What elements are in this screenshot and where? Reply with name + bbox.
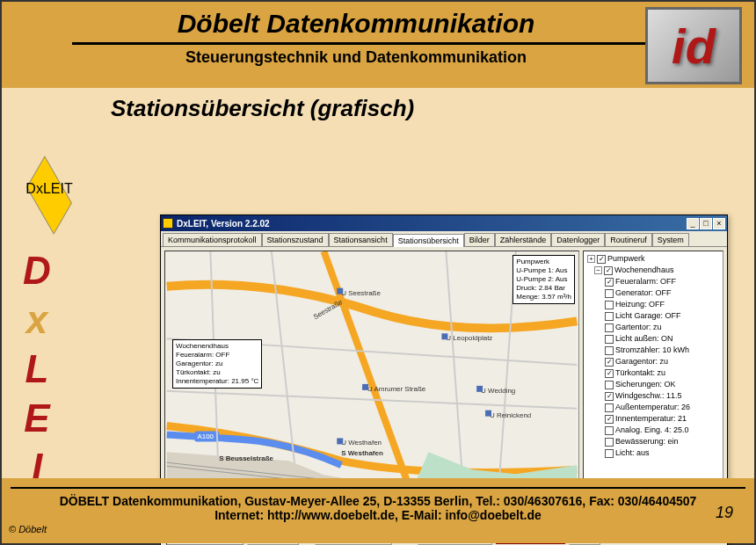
side-brand-logo: DxLEIT — [11, 181, 88, 232]
tab-stationsansicht[interactable]: Stationsansicht — [329, 233, 393, 246]
svg-text:U Seestraße: U Seestraße — [341, 289, 381, 297]
tree-child-item[interactable]: Licht: aus — [585, 447, 721, 459]
tree-checkbox[interactable] — [605, 289, 614, 298]
tab-stationsuebersicht[interactable]: Stationsübersicht — [393, 234, 464, 247]
tree-checkbox[interactable] — [605, 358, 614, 367]
minimize-button[interactable]: _ — [687, 218, 699, 229]
tab-datenlogger[interactable]: Datenlogger — [551, 233, 605, 246]
tree-child-item[interactable]: Außentemperatur: 26 — [585, 402, 721, 413]
tree-label: Analog. Eing. 4: 25.0 — [615, 425, 689, 436]
tree-checkbox[interactable] — [605, 346, 614, 355]
vert-L: L — [19, 345, 55, 394]
tree-checkbox[interactable] — [605, 369, 614, 378]
tab-zaehlerstaende[interactable]: Zählerstände — [495, 233, 552, 246]
map-tooltip-pumpwerk: Pumpwerk U-Pumpe 1: Aus U-Pumpe 2: Aus D… — [512, 255, 575, 304]
brand-d: D — [25, 181, 36, 196]
copyright: © Döbelt — [9, 524, 47, 534]
tooltip-line: Garagentor: zu — [176, 360, 258, 368]
tree-root-item[interactable]: −Wochenendhaus — [585, 265, 721, 276]
titlebar[interactable]: DxLEIT, Version 2.2.02 _ □ × — [161, 215, 727, 231]
tree-root-item[interactable]: +Pumpwerk — [585, 253, 721, 265]
tree-label: Gartentor: zu — [615, 322, 662, 333]
tree-checkbox[interactable] — [605, 278, 614, 287]
tree-checkbox[interactable] — [605, 312, 614, 321]
tree-label: Pumpwerk — [607, 253, 645, 265]
tree-checkbox[interactable] — [604, 266, 613, 275]
logo-id-text: id — [672, 18, 716, 75]
tree-child-item[interactable]: Licht außen: ON — [585, 333, 721, 345]
expand-icon[interactable]: + — [587, 255, 595, 263]
tree-child-item[interactable]: Generator: OFF — [585, 287, 721, 299]
tooltip-line: Feueralarm: OFF — [176, 351, 258, 360]
svg-rect-18 — [485, 411, 491, 417]
vert-x: x — [19, 295, 55, 345]
tooltip-line: Innentemperatur: 21.95 °C — [176, 377, 258, 386]
svg-rect-17 — [476, 386, 483, 392]
brand-x: x — [36, 181, 43, 196]
close-button[interactable]: × — [713, 218, 725, 229]
tab-routineruf[interactable]: Routineruf — [605, 233, 652, 246]
title-underline — [72, 42, 684, 45]
tree-label: Innentemperatur: 21 — [615, 413, 687, 425]
tree-checkbox[interactable] — [605, 426, 614, 435]
map-view[interactable]: A100 U Seestraße — [164, 251, 579, 493]
tree-child-item[interactable]: Licht Garage: OFF — [585, 310, 721, 322]
tree-label: Licht: aus — [615, 447, 650, 459]
tree-child-item[interactable]: Innentemperatur: 21 — [585, 413, 721, 425]
tab-kommunikationsprotokoll[interactable]: Kommunikationsprotokoll — [163, 233, 262, 246]
tree-label: Garagentor: zu — [615, 356, 668, 367]
tree-checkbox[interactable] — [605, 381, 614, 389]
tooltip-line: Menge: 3.57 m³/h — [516, 293, 571, 302]
tree-label: Licht außen: ON — [615, 333, 673, 345]
tree-child-item[interactable]: Feueralarm: OFF — [585, 276, 721, 287]
svg-text:U Leopoldplatz: U Leopoldplatz — [446, 334, 492, 342]
tree-label: Licht Garage: OFF — [615, 310, 681, 322]
svg-rect-19 — [337, 438, 343, 444]
tab-system[interactable]: System — [652, 233, 689, 246]
tree-label: Windgeschw.: 11.5 — [615, 390, 682, 402]
tree-checkbox[interactable] — [605, 301, 614, 309]
tree-checkbox[interactable] — [605, 403, 614, 412]
slide-subtitle: Steuerungstechnik und Datenkommunikation — [2, 48, 754, 67]
svg-text:S Westhafen: S Westhafen — [341, 449, 383, 457]
tab-strip: Kommunikationsprotokoll Stationszustand … — [161, 231, 727, 247]
slide-title: Döbelt Datenkommunikation — [2, 2, 754, 39]
tree-checkbox[interactable] — [605, 323, 614, 332]
tree-child-item[interactable]: Analog. Eing. 4: 25.0 — [585, 425, 721, 436]
maximize-button[interactable]: □ — [700, 218, 712, 229]
tree-child-item[interactable]: Windgeschw.: 11.5 — [585, 390, 721, 402]
tree-panel[interactable]: +Pumpwerk−WochenendhausFeueralarm: OFFGe… — [583, 251, 723, 493]
tree-label: Bewässerung: ein — [615, 436, 679, 447]
tree-checkbox[interactable] — [605, 438, 614, 447]
tree-checkbox[interactable] — [605, 392, 614, 401]
tree-child-item[interactable]: Bewässerung: ein — [585, 436, 721, 447]
tooltip-title: Pumpwerk — [516, 258, 571, 266]
tree-child-item[interactable]: Gartentor: zu — [585, 322, 721, 333]
tree-checkbox[interactable] — [597, 255, 606, 264]
window-title: DxLEIT, Version 2.2.02 — [177, 219, 687, 229]
tree-checkbox[interactable] — [605, 415, 614, 424]
expand-icon[interactable]: − — [594, 266, 602, 274]
svg-text:U Reinickend: U Reinickend — [490, 411, 531, 419]
svg-text:U Westhafen: U Westhafen — [341, 439, 382, 447]
section-title: Stationsübersicht (grafisch) — [111, 95, 754, 122]
tooltip-line: Druck: 2.84 Bar — [516, 284, 571, 293]
app-icon — [163, 218, 173, 229]
tree-child-item[interactable]: Sicherungen: OK — [585, 379, 721, 390]
svg-text:S Beusselstraße: S Beusselstraße — [219, 454, 273, 462]
tab-bilder[interactable]: Bilder — [464, 233, 495, 246]
tree-label: Generator: OFF — [615, 287, 672, 299]
tooltip-line: U-Pumpe 2: Aus — [516, 275, 571, 284]
brand-leit: LEIT — [43, 181, 73, 196]
company-logo: id — [645, 7, 742, 84]
tree-child-item[interactable]: Türkontakt: zu — [585, 367, 721, 379]
tree-child-item[interactable]: Stromzähler: 10 kWh — [585, 345, 721, 356]
tree-child-item[interactable]: Garagentor: zu — [585, 356, 721, 367]
tree-child-item[interactable]: Heizung: OFF — [585, 299, 721, 310]
footer-contact: Internet: http://www.doebelt.de, E-Mail:… — [2, 508, 754, 522]
tree-checkbox[interactable] — [605, 449, 614, 458]
tree-label: Stromzähler: 10 kWh — [615, 345, 689, 356]
tree-checkbox[interactable] — [605, 335, 614, 344]
tab-stationszustand[interactable]: Stationszustand — [262, 233, 329, 246]
tree-label: Feueralarm: OFF — [615, 276, 676, 287]
